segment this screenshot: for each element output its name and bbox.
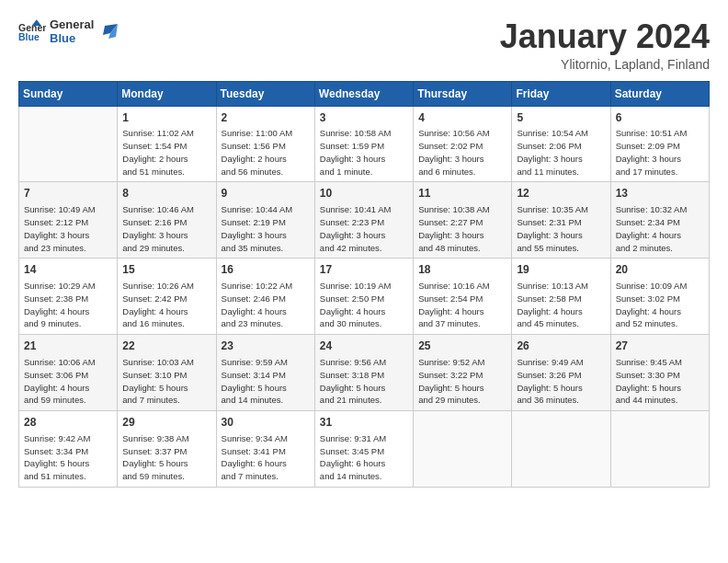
calendar-cell [512,411,610,488]
day-number: 8 [122,186,210,201]
day-number: 15 [122,262,210,278]
calendar-cell: 31Sunrise: 9:31 AMSunset: 3:45 PMDayligh… [314,411,413,488]
day-info: Sunrise: 10:16 AMSunset: 2:54 PMDaylight… [418,280,506,330]
day-number: 28 [24,415,112,431]
day-number: 12 [517,186,605,201]
calendar-cell: 13Sunrise: 10:32 AMSunset: 2:34 PMDaylig… [610,182,709,259]
day-info: Sunrise: 9:31 AMSunset: 3:45 PMDaylight:… [320,432,408,483]
day-info: Sunrise: 10:09 AMSunset: 3:02 PMDaylight… [616,280,704,330]
calendar-cell: 12Sunrise: 10:35 AMSunset: 2:31 PMDaylig… [512,182,610,259]
page-header: General Blue General Blue January 2024 Y… [18,18,710,72]
day-info: Sunrise: 9:34 AMSunset: 3:41 PMDaylight:… [222,432,310,483]
day-info: Sunrise: 10:46 AMSunset: 2:16 PMDaylight… [122,203,210,254]
day-info: Sunrise: 9:42 AMSunset: 3:34 PMDaylight:… [24,432,112,483]
day-info: Sunrise: 10:29 AMSunset: 2:38 PMDaylight… [24,280,112,330]
day-number: 26 [517,339,605,354]
weekday-header-wednesday: Wednesday [314,81,413,106]
day-number: 17 [320,262,408,278]
day-info: Sunrise: 11:02 AMSunset: 1:54 PMDaylight… [122,127,210,178]
day-number: 18 [418,262,506,278]
calendar-cell: 6Sunrise: 10:51 AMSunset: 2:09 PMDayligh… [610,106,709,182]
day-number: 16 [222,262,310,278]
calendar-cell: 11Sunrise: 10:38 AMSunset: 2:27 PMDaylig… [414,182,512,259]
day-number: 23 [222,339,310,354]
calendar-week-4: 21Sunrise: 10:06 AMSunset: 3:06 PMDaylig… [19,335,710,411]
svg-text:Blue: Blue [18,31,40,42]
day-number: 27 [616,339,704,354]
day-number: 9 [222,186,310,201]
calendar-table: SundayMondayTuesdayWednesdayThursdayFrid… [18,81,710,488]
day-number: 14 [24,262,112,278]
weekday-header-thursday: Thursday [414,81,512,106]
day-number: 19 [517,262,605,278]
day-info: Sunrise: 10:35 AMSunset: 2:31 PMDaylight… [517,203,605,254]
day-number: 20 [616,262,704,278]
day-info: Sunrise: 10:49 AMSunset: 2:12 PMDaylight… [24,203,112,254]
day-number: 7 [24,186,112,201]
day-info: Sunrise: 10:56 AMSunset: 2:02 PMDaylight… [418,127,506,178]
day-number: 11 [418,186,506,201]
day-number: 6 [616,110,704,126]
calendar-week-3: 14Sunrise: 10:29 AMSunset: 2:38 PMDaylig… [19,259,710,335]
day-number: 25 [418,339,506,354]
day-info: Sunrise: 10:44 AMSunset: 2:19 PMDaylight… [222,203,310,254]
calendar-week-5: 28Sunrise: 9:42 AMSunset: 3:34 PMDayligh… [19,411,710,488]
day-info: Sunrise: 10:32 AMSunset: 2:34 PMDaylight… [616,203,704,254]
title-block: January 2024 Ylitornio, Lapland, Finland [500,18,710,72]
calendar-body: 1Sunrise: 11:02 AMSunset: 1:54 PMDayligh… [19,106,710,487]
calendar-cell: 8Sunrise: 10:46 AMSunset: 2:16 PMDayligh… [118,182,216,259]
day-info: Sunrise: 9:59 AMSunset: 3:14 PMDaylight:… [222,356,310,407]
day-info: Sunrise: 10:03 AMSunset: 3:10 PMDaylight… [122,356,210,407]
day-info: Sunrise: 9:52 AMSunset: 3:22 PMDaylight:… [418,356,506,407]
calendar-cell: 2Sunrise: 11:00 AMSunset: 1:56 PMDayligh… [216,106,314,182]
calendar-cell: 21Sunrise: 10:06 AMSunset: 3:06 PMDaylig… [19,335,118,411]
month-title: January 2024 [500,18,710,55]
calendar-cell: 29Sunrise: 9:38 AMSunset: 3:37 PMDayligh… [118,411,216,488]
calendar-cell: 22Sunrise: 10:03 AMSunset: 3:10 PMDaylig… [118,335,216,411]
day-info: Sunrise: 10:54 AMSunset: 2:06 PMDaylight… [517,127,605,178]
calendar-cell: 10Sunrise: 10:41 AMSunset: 2:23 PMDaylig… [314,182,413,259]
calendar-cell: 18Sunrise: 10:16 AMSunset: 2:54 PMDaylig… [414,259,512,335]
calendar-cell: 17Sunrise: 10:19 AMSunset: 2:50 PMDaylig… [314,259,413,335]
day-info: Sunrise: 10:06 AMSunset: 3:06 PMDaylight… [24,356,112,407]
day-info: Sunrise: 10:13 AMSunset: 2:58 PMDaylight… [517,280,605,330]
calendar-cell: 1Sunrise: 11:02 AMSunset: 1:54 PMDayligh… [118,106,216,182]
calendar-cell: 19Sunrise: 10:13 AMSunset: 2:58 PMDaylig… [512,259,610,335]
day-number: 31 [320,415,408,431]
weekday-header-tuesday: Tuesday [216,81,314,106]
day-number: 4 [418,110,506,126]
day-number: 24 [320,339,408,354]
logo-bird-icon [97,22,118,42]
day-number: 3 [320,110,408,126]
day-info: Sunrise: 11:00 AMSunset: 1:56 PMDaylight… [222,127,310,178]
logo-blue-text: Blue [50,32,94,46]
calendar-cell: 24Sunrise: 9:56 AMSunset: 3:18 PMDayligh… [314,335,413,411]
logo-icon: General Blue [18,18,46,46]
logo-general-text: General [50,18,94,32]
day-info: Sunrise: 10:19 AMSunset: 2:50 PMDaylight… [320,280,408,330]
calendar-cell [19,106,118,182]
day-number: 1 [122,110,210,126]
weekday-header-friday: Friday [512,81,610,106]
day-info: Sunrise: 9:38 AMSunset: 3:37 PMDaylight:… [122,432,210,483]
calendar-cell: 26Sunrise: 9:49 AMSunset: 3:26 PMDayligh… [512,335,610,411]
day-number: 22 [122,339,210,354]
day-info: Sunrise: 10:38 AMSunset: 2:27 PMDaylight… [418,203,506,254]
day-info: Sunrise: 9:49 AMSunset: 3:26 PMDaylight:… [517,356,605,407]
calendar-cell: 16Sunrise: 10:22 AMSunset: 2:46 PMDaylig… [216,259,314,335]
calendar-cell: 3Sunrise: 10:58 AMSunset: 1:59 PMDayligh… [314,106,413,182]
calendar-cell [414,411,512,488]
day-number: 2 [222,110,310,126]
calendar-cell: 23Sunrise: 9:59 AMSunset: 3:14 PMDayligh… [216,335,314,411]
calendar-cell: 14Sunrise: 10:29 AMSunset: 2:38 PMDaylig… [19,259,118,335]
day-number: 10 [320,186,408,201]
calendar-header: SundayMondayTuesdayWednesdayThursdayFrid… [19,81,710,106]
weekday-header-row: SundayMondayTuesdayWednesdayThursdayFrid… [19,81,710,106]
day-number: 29 [122,415,210,431]
day-number: 21 [24,339,112,354]
day-info: Sunrise: 9:45 AMSunset: 3:30 PMDaylight:… [616,356,704,407]
calendar-cell: 7Sunrise: 10:49 AMSunset: 2:12 PMDayligh… [19,182,118,259]
calendar-cell: 30Sunrise: 9:34 AMSunset: 3:41 PMDayligh… [216,411,314,488]
day-number: 30 [222,415,310,431]
calendar-cell: 25Sunrise: 9:52 AMSunset: 3:22 PMDayligh… [414,335,512,411]
